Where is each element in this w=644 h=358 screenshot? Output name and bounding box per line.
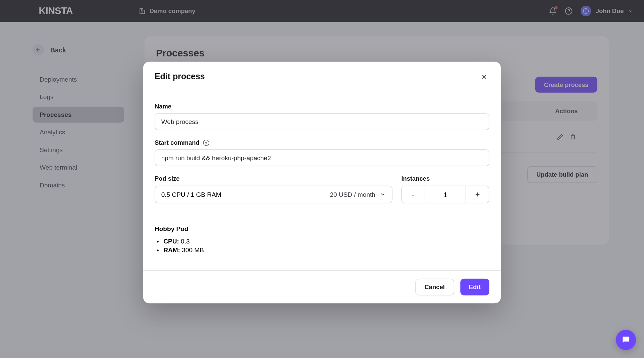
edit-process-modal: Edit process Name Start command ? Pod si…: [143, 62, 501, 304]
chat-widget-button[interactable]: [616, 330, 636, 350]
pod-info-list: CPU: 0.3 RAM: 300 MB: [155, 238, 489, 254]
instances-stepper: - 1 +: [401, 186, 489, 204]
decrement-button[interactable]: -: [402, 186, 425, 203]
edit-button[interactable]: Edit: [460, 279, 489, 296]
modal-overlay[interactable]: Edit process Name Start command ? Pod si…: [0, 0, 644, 358]
start-command-input[interactable]: [155, 149, 489, 166]
pod-size-select[interactable]: 0.5 CPU / 1 GB RAM 20 USD / month: [155, 186, 392, 204]
close-icon[interactable]: [479, 72, 490, 82]
help-icon[interactable]: ?: [203, 140, 209, 146]
modal-title: Edit process: [155, 72, 205, 82]
cancel-button[interactable]: Cancel: [415, 279, 454, 296]
pod-size-value: 0.5 CPU / 1 GB RAM: [161, 191, 221, 198]
instances-value: 1: [425, 186, 466, 203]
pod-size-label: Pod size: [155, 175, 392, 182]
pod-size-price: 20 USD / month: [330, 191, 375, 198]
name-input[interactable]: [155, 113, 489, 130]
instances-label: Instances: [401, 175, 489, 182]
pod-info-title: Hobby Pod: [155, 225, 489, 232]
name-label: Name: [155, 103, 489, 110]
chevron-down-icon: [380, 191, 386, 197]
start-command-label: Start command ?: [155, 139, 489, 146]
increment-button[interactable]: +: [466, 186, 489, 203]
